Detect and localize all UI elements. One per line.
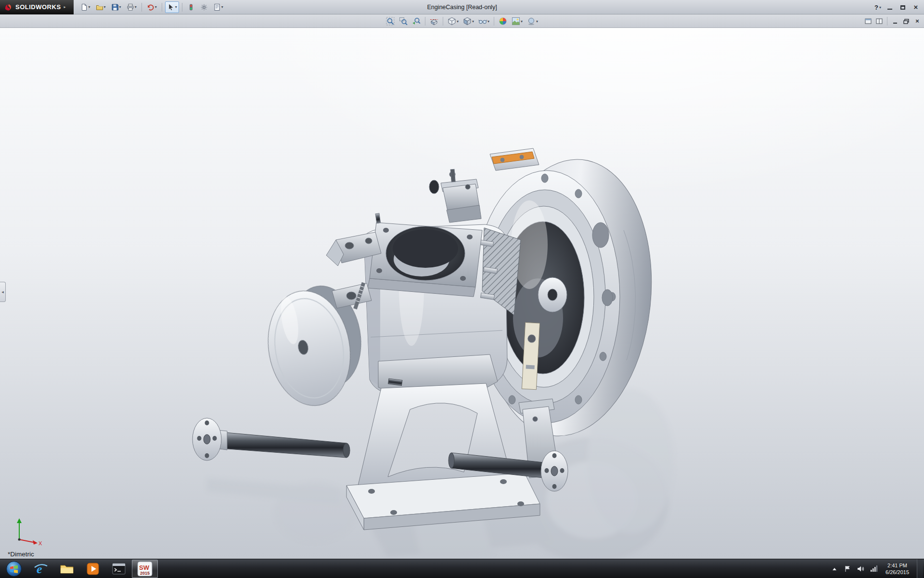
zoom-to-area-icon: [399, 17, 408, 26]
help-button[interactable]: ? ▾: [874, 4, 881, 11]
view-settings-button[interactable]: ▾: [526, 16, 539, 26]
dropdown-arrow-icon: ▾: [536, 19, 538, 24]
taskbar-internet-explorer[interactable]: e: [28, 560, 54, 578]
show-desktop-button[interactable]: [917, 559, 923, 578]
new-window-icon: [865, 18, 872, 24]
close-button[interactable]: ×: [911, 3, 920, 12]
internet-explorer-icon: e: [34, 562, 48, 576]
open-button[interactable]: ▾: [94, 1, 108, 13]
file-properties-button[interactable]: ▾: [211, 1, 225, 13]
select-cursor-icon: [167, 3, 175, 11]
heads-up-view-bar: ▾ ▾ ▾: [0, 14, 924, 28]
taskbar-windows-explorer[interactable]: [54, 560, 80, 578]
new-window-button[interactable]: [864, 17, 873, 25]
hide-show-items-button[interactable]: ▾: [477, 16, 490, 26]
toolbar-separator: [494, 17, 494, 26]
close-icon: ×: [914, 4, 918, 11]
titlebar: SOLIDWORKS ▸ ▾ ▾ ▾: [0, 0, 924, 14]
view-orientation-button[interactable]: ▾: [447, 16, 460, 26]
taskbar-clock[interactable]: 2:41 PM 6/26/2015: [882, 562, 912, 576]
clock-time: 2:41 PM: [886, 562, 909, 569]
graphics-viewport[interactable]: ◂ X *Dimetric: [0, 28, 924, 559]
document-restore-button[interactable]: [902, 17, 911, 25]
reference-triad: X: [13, 517, 43, 546]
logo-text: SOLIDWORKS: [15, 3, 61, 11]
left-shaft: [192, 418, 350, 460]
rebuild-button[interactable]: [185, 1, 197, 13]
display-style-icon: [463, 17, 472, 26]
new-document-button[interactable]: ▾: [78, 1, 92, 13]
zoom-to-area-button[interactable]: [398, 16, 409, 26]
options-button[interactable]: [198, 1, 210, 13]
split-window-button[interactable]: [875, 17, 884, 25]
new-document-icon: [80, 3, 88, 11]
display-style-button[interactable]: ▾: [462, 16, 475, 26]
print-button[interactable]: ▾: [125, 1, 139, 13]
open-folder-icon: [96, 3, 103, 11]
section-view-icon: [430, 17, 438, 26]
rebuild-stoplight-icon: [187, 3, 195, 11]
solidworks-menu-logo[interactable]: SOLIDWORKS ▸: [0, 0, 74, 14]
edit-appearance-button[interactable]: [498, 16, 508, 26]
heads-up-toolbar: ▾ ▾ ▾: [385, 14, 539, 28]
section-view-button[interactable]: [429, 16, 439, 26]
minimize-icon: [887, 5, 892, 10]
toolbar-separator: [162, 3, 162, 12]
document-minimize-button[interactable]: [891, 17, 899, 25]
print-icon: [127, 3, 134, 11]
menu-expand-arrow-icon: ▸: [64, 5, 66, 9]
network-bars-icon: [870, 565, 877, 572]
maximize-icon: [900, 5, 905, 10]
dropdown-arrow-icon: ▾: [457, 19, 459, 24]
file-properties-icon: [213, 3, 221, 11]
chevron-up-icon: [832, 567, 837, 571]
expand-arrow-icon: ◂: [1, 289, 4, 294]
solidworks-icon-letters: SW: [139, 564, 150, 571]
previous-view-icon: [412, 17, 421, 26]
action-center-tray-icon[interactable]: [843, 565, 852, 573]
dropdown-arrow-icon: ▾: [472, 19, 474, 24]
restore-icon: [903, 19, 909, 24]
dropdown-arrow-icon: ▾: [175, 5, 177, 9]
top-bracket: [429, 169, 481, 223]
volume-tray-icon[interactable]: [856, 565, 865, 573]
taskbar-media-player[interactable]: [80, 560, 106, 578]
taskbar-apps: e SW 20: [0, 559, 158, 578]
media-player-icon: [86, 562, 100, 576]
minimize-button[interactable]: [886, 3, 894, 12]
save-button[interactable]: ▾: [109, 1, 123, 13]
start-button[interactable]: [0, 560, 28, 578]
toolbar-separator: [182, 3, 182, 12]
select-button[interactable]: ▾: [165, 1, 179, 13]
document-close-button[interactable]: ×: [913, 17, 922, 25]
taskbar-command-prompt[interactable]: [106, 560, 132, 578]
system-tray: 2:41 PM 6/26/2015: [830, 559, 924, 578]
view-settings-icon: [527, 17, 536, 26]
solidworks-app-icon: SW 2015: [137, 561, 153, 577]
apply-scene-icon: [512, 17, 520, 26]
network-tray-icon[interactable]: [869, 565, 878, 573]
dropdown-arrow-icon: ▾: [135, 5, 137, 9]
solidworks-icon-year: 2015: [140, 571, 150, 576]
undo-icon: [147, 3, 154, 11]
toolbar-separator: [141, 3, 142, 12]
maximize-button[interactable]: [898, 3, 907, 12]
engine-casing-model: [0, 28, 924, 559]
undo-button[interactable]: ▾: [145, 1, 159, 13]
save-floppy-icon: [111, 3, 119, 11]
previous-view-button[interactable]: [411, 16, 422, 26]
minimize-icon: [893, 19, 897, 24]
toolbar-separator: [425, 17, 425, 26]
zoom-to-fit-button[interactable]: [385, 16, 396, 26]
taskbar: e SW 20: [0, 559, 924, 578]
featuremanager-collapsed-tab[interactable]: ◂: [0, 282, 6, 302]
flag-icon: [844, 565, 851, 572]
taskbar-solidworks-2015[interactable]: SW 2015: [132, 560, 158, 578]
titlebar-controls: ? ▾ ×: [874, 0, 920, 14]
gear-icon: [200, 3, 208, 11]
apply-scene-button[interactable]: ▾: [511, 16, 524, 26]
dropdown-arrow-icon: ▾: [155, 5, 157, 9]
show-hidden-icons-button[interactable]: [830, 565, 839, 573]
folder-icon: [60, 562, 74, 576]
hide-show-glasses-icon: [478, 17, 487, 26]
